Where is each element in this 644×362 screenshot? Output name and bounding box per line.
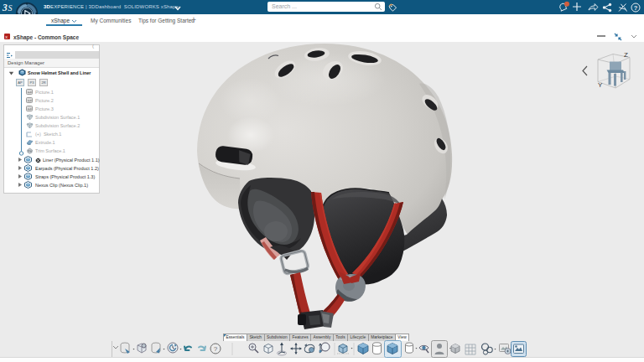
svg-text:Y: Y [598,81,603,89]
svg-text:?: ? [214,345,218,353]
svg-text:Z: Z [624,51,628,59]
